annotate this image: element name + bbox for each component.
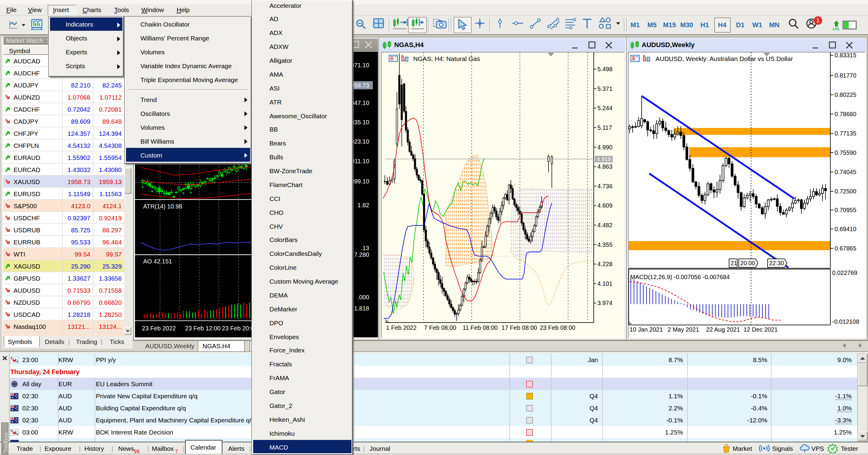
- svg-text:4.482: 4.482: [597, 222, 612, 228]
- svg-text:7.280: 7.280: [354, 251, 369, 258]
- svg-text:4.609: 4.609: [597, 202, 612, 208]
- svg-text:ATR(14) 10.98: ATR(14) 10.98: [143, 203, 182, 209]
- svg-text:5.244: 5.244: [597, 105, 612, 111]
- svg-text:LVL: LVL: [833, 27, 840, 31]
- svg-text:4.863: 4.863: [597, 163, 612, 170]
- svg-text:0.72500: 0.72500: [834, 188, 856, 194]
- svg-text:0.70955: 0.70955: [834, 206, 856, 213]
- svg-text:-0.012108: -0.012108: [832, 318, 859, 325]
- svg-text:4.101: 4.101: [597, 280, 612, 287]
- svg-text:935.10: 935.10: [350, 119, 369, 125]
- svg-text:AO 42.151: AO 42.151: [143, 258, 172, 264]
- svg-text:1: 1: [816, 17, 820, 24]
- svg-text:4.915: 4.915: [596, 156, 611, 162]
- svg-text:20:00: 20:00: [740, 259, 755, 266]
- svg-text:911.10: 911.10: [351, 158, 369, 164]
- svg-text:3.974: 3.974: [597, 299, 612, 306]
- svg-text:1 Feb 2022: 1 Feb 2022: [386, 324, 416, 331]
- svg-text:12 Dec 2021: 12 Dec 2021: [743, 326, 777, 333]
- svg-text:0.022769: 0.022769: [832, 269, 857, 276]
- svg-text:4.355: 4.355: [597, 241, 612, 248]
- svg-text:0.69410: 0.69410: [834, 225, 856, 232]
- svg-text:4.990: 4.990: [597, 144, 612, 150]
- svg-text:23 Feb 2022: 23 Feb 2022: [142, 325, 176, 331]
- svg-text:1.818: 1.818: [354, 305, 369, 311]
- svg-text:0.80225: 0.80225: [834, 91, 856, 98]
- svg-text:0.83315: 0.83315: [834, 52, 856, 58]
- svg-text:NGAS, H4: Natural Gas: NGAS, H4: Natural Gas: [413, 55, 480, 62]
- svg-text:5.371: 5.371: [597, 85, 612, 92]
- svg-text:5.498: 5.498: [597, 65, 612, 72]
- svg-text:958.73: 958.73: [350, 82, 369, 88]
- svg-text:.000: .000: [357, 293, 369, 300]
- svg-text:AUDUSD, Weekly: Australian Do: AUDUSD, Weekly: Australian Dollar vs US …: [655, 55, 793, 62]
- svg-text:21: 21: [730, 259, 737, 266]
- svg-text:0.75590: 0.75590: [834, 149, 856, 156]
- svg-text:971.10: 971.10: [350, 61, 369, 68]
- svg-text:0.81770: 0.81770: [834, 72, 856, 79]
- svg-text:17 Feb 08:00: 17 Feb 08:00: [501, 324, 537, 331]
- svg-text:0.67865: 0.67865: [834, 245, 856, 251]
- svg-text:23 Feb 12:00: 23 Feb 12:00: [185, 325, 220, 331]
- svg-text:7 Feb 08:00: 7 Feb 08:00: [424, 324, 456, 331]
- svg-text:947.10: 947.10: [350, 99, 369, 106]
- svg-text:11 Feb 08:00: 11 Feb 08:00: [462, 324, 497, 331]
- svg-text:2 May 2021: 2 May 2021: [667, 326, 699, 333]
- svg-text:0.78680: 0.78680: [834, 110, 856, 117]
- svg-text:22 Aug 2021: 22 Aug 2021: [706, 326, 740, 333]
- svg-text:0.74045: 0.74045: [834, 168, 856, 175]
- svg-text:923.10: 923.10: [350, 138, 369, 144]
- svg-text:5.117: 5.117: [597, 124, 612, 131]
- svg-text:1.82: 1.82: [357, 202, 369, 208]
- svg-text:4.736: 4.736: [597, 182, 612, 189]
- svg-text:899.10: 899.10: [350, 178, 369, 184]
- svg-text:0.77135: 0.77135: [834, 130, 856, 136]
- svg-text:MACD(12,26,9) -0.007056 -0.007: MACD(12,26,9) -0.007056 -0.007684: [630, 273, 730, 280]
- svg-text:10 Jan 2021: 10 Jan 2021: [629, 326, 662, 333]
- svg-text:4.228: 4.228: [597, 260, 612, 267]
- svg-text:23 Feb 08:00: 23 Feb 08:00: [539, 324, 575, 331]
- svg-text:.13: .13: [361, 245, 369, 251]
- svg-text:22:30: 22:30: [769, 259, 784, 266]
